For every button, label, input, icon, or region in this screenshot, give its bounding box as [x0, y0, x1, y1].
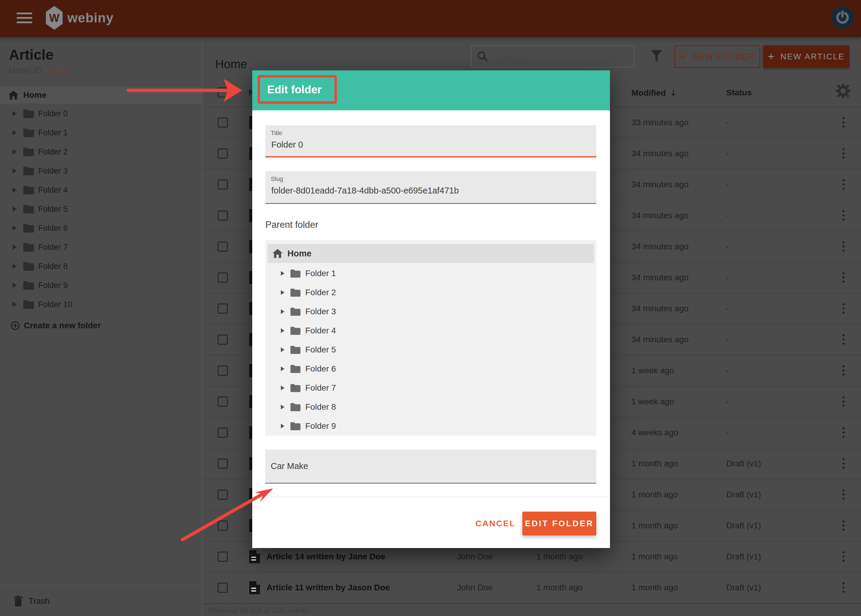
- chevron-right-icon[interactable]: [13, 168, 17, 173]
- row-checkbox[interactable]: [218, 242, 228, 251]
- sidebar-folder-item[interactable]: Folder 4: [0, 181, 202, 200]
- row-actions-kebab-icon[interactable]: [842, 117, 845, 130]
- row-actions-kebab-icon[interactable]: [842, 551, 845, 564]
- edit-folder-submit-button[interactable]: EDIT FOLDER: [522, 512, 596, 536]
- chevron-right-icon[interactable]: [13, 111, 17, 116]
- row-actions-kebab-icon[interactable]: [842, 241, 845, 254]
- row-checkbox[interactable]: [218, 118, 228, 127]
- sidebar-folder-item[interactable]: Folder 2: [0, 142, 202, 161]
- row-checkbox[interactable]: [218, 272, 228, 283]
- chevron-right-icon[interactable]: [281, 385, 284, 390]
- chevron-right-icon[interactable]: [13, 206, 17, 212]
- chevron-right-icon[interactable]: [13, 149, 17, 154]
- sidebar-folder-item[interactable]: Folder 5: [0, 200, 202, 218]
- sidebar-folder-item[interactable]: Folder 3: [0, 161, 202, 181]
- row-actions-kebab-icon[interactable]: [842, 303, 845, 316]
- sidebar-folder-item[interactable]: Folder 9: [0, 276, 202, 295]
- column-header-modified[interactable]: Modified↓: [632, 88, 677, 98]
- tree-folder-item[interactable]: Folder 6: [266, 359, 596, 379]
- row-checkbox[interactable]: [218, 427, 228, 438]
- chevron-right-icon[interactable]: [281, 424, 284, 429]
- row-actions-kebab-icon[interactable]: [842, 489, 845, 502]
- tree-folder-item[interactable]: Folder 4: [266, 321, 596, 340]
- chevron-right-icon[interactable]: [13, 187, 17, 193]
- row-actions-kebab-icon[interactable]: [842, 396, 845, 409]
- row-checkbox[interactable]: [218, 490, 228, 500]
- chevron-right-icon[interactable]: [281, 328, 284, 333]
- tree-folder-label: Folder 7: [305, 383, 336, 393]
- slug-input[interactable]: [271, 185, 588, 196]
- row-actions-kebab-icon[interactable]: [842, 458, 845, 471]
- chevron-right-icon[interactable]: [281, 271, 284, 276]
- row-checkbox[interactable]: [218, 211, 228, 221]
- row-checkbox[interactable]: [218, 335, 228, 345]
- sidebar-item-trash[interactable]: Trash: [0, 585, 202, 616]
- chevron-right-icon[interactable]: [13, 264, 17, 269]
- row-checkbox[interactable]: [218, 148, 228, 159]
- car-make-field[interactable]: Car Make: [266, 449, 596, 484]
- search-input[interactable]: [492, 52, 618, 61]
- hamburger-menu-icon[interactable]: [17, 13, 32, 24]
- create-new-folder-button[interactable]: Create a new folder: [0, 316, 202, 335]
- row-checkbox[interactable]: [218, 179, 228, 190]
- folder-icon: [23, 167, 34, 175]
- chevron-right-icon[interactable]: [281, 366, 284, 371]
- tree-folder-label: Folder 5: [305, 345, 336, 355]
- sidebar-folder-item[interactable]: Folder 1: [0, 123, 202, 142]
- tree-folder-item[interactable]: Folder 2: [266, 283, 596, 302]
- tree-folder-item[interactable]: Folder 8: [266, 398, 596, 416]
- table-settings-gear-icon[interactable]: [836, 84, 850, 98]
- row-actions-kebab-icon[interactable]: [842, 210, 845, 223]
- row-actions-kebab-icon[interactable]: [842, 582, 845, 595]
- search-box[interactable]: [471, 45, 635, 68]
- tree-folder-item[interactable]: Folder 5: [266, 340, 596, 359]
- row-checkbox[interactable]: [218, 552, 228, 562]
- row-actions-kebab-icon[interactable]: [842, 334, 845, 347]
- row-status: -: [726, 417, 729, 448]
- chevron-right-icon[interactable]: [281, 405, 284, 409]
- chevron-right-icon[interactable]: [13, 283, 17, 288]
- row-actions-kebab-icon[interactable]: [842, 365, 845, 378]
- row-modified: 1 month ago: [632, 572, 678, 603]
- chevron-right-icon[interactable]: [281, 309, 284, 314]
- row-checkbox[interactable]: [218, 459, 228, 469]
- sidebar-item-home[interactable]: Home: [0, 86, 202, 104]
- row-actions-kebab-icon[interactable]: [842, 272, 845, 285]
- tree-folder-item[interactable]: Folder 7: [266, 379, 596, 398]
- sidebar-folder-item[interactable]: Folder 7: [0, 237, 202, 257]
- row-checkbox[interactable]: [218, 396, 228, 407]
- table-row[interactable]: Article 11 written by Jason Doe John Doe…: [203, 572, 861, 603]
- tree-folder-item[interactable]: Folder 9: [266, 416, 596, 435]
- slug-field-label: Slug: [271, 175, 283, 182]
- chevron-right-icon[interactable]: [13, 225, 17, 231]
- title-input[interactable]: [271, 140, 588, 150]
- row-checkbox[interactable]: [218, 366, 228, 376]
- tree-folder-item[interactable]: Folder 1: [266, 264, 596, 283]
- row-checkbox[interactable]: [218, 583, 228, 593]
- row-actions-kebab-icon[interactable]: [842, 148, 845, 161]
- sidebar-folder-item[interactable]: Folder 0: [0, 104, 202, 123]
- sign-out-button[interactable]: [831, 6, 853, 28]
- sidebar-folder-item[interactable]: Folder 10: [0, 295, 202, 314]
- new-folder-button[interactable]: + NEW FOLDER: [674, 45, 760, 68]
- row-checkbox[interactable]: [218, 520, 228, 531]
- filter-icon[interactable]: [650, 50, 663, 63]
- row-name-cell[interactable]: Article 11 written by Jason Doe: [249, 572, 390, 603]
- tree-item-home-selected[interactable]: Home: [268, 244, 594, 263]
- cancel-button[interactable]: CANCEL: [474, 512, 516, 536]
- row-actions-kebab-icon[interactable]: [842, 520, 845, 533]
- chevron-right-icon[interactable]: [13, 130, 17, 135]
- chevron-right-icon[interactable]: [281, 290, 284, 295]
- row-actions-kebab-icon[interactable]: [842, 427, 845, 440]
- chevron-right-icon[interactable]: [13, 302, 17, 307]
- row-actions-kebab-icon[interactable]: [842, 179, 845, 192]
- chevron-right-icon[interactable]: [281, 347, 284, 352]
- chevron-right-icon[interactable]: [13, 245, 17, 250]
- select-all-checkbox[interactable]: [218, 87, 228, 97]
- new-article-button[interactable]: + NEW ARTICLE: [763, 45, 849, 68]
- sidebar-folder-item[interactable]: Folder 8: [0, 257, 202, 276]
- tree-folder-item[interactable]: Folder 3: [266, 302, 596, 321]
- sidebar-folder-item[interactable]: Folder 6: [0, 218, 202, 237]
- row-modified: 33 minutes ago: [632, 107, 688, 138]
- row-checkbox[interactable]: [218, 303, 228, 314]
